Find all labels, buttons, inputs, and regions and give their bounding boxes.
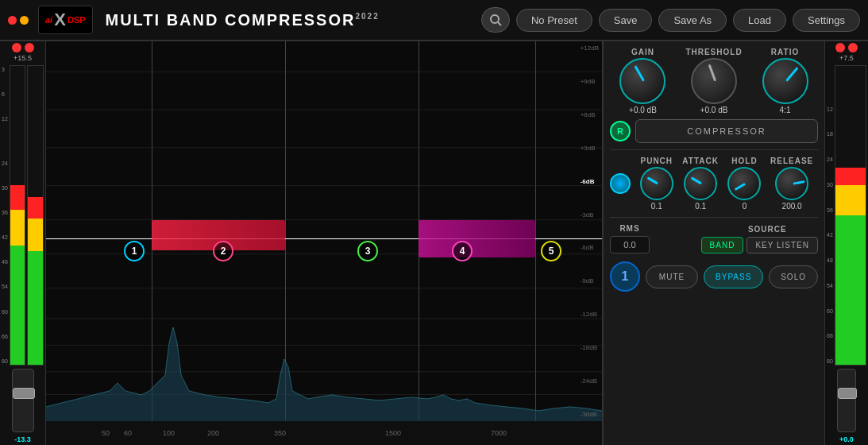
band-button[interactable]: BAND [701,237,744,253]
vu-scale-48: 48 [2,259,8,265]
band2-circle[interactable]: 2 [213,241,233,261]
hold-value: 0 [743,202,747,211]
vu-scale-54: 54 [2,284,8,289]
vu-rbar1-green [835,215,866,365]
minimize-dot[interactable] [20,16,29,25]
header-lights [8,16,29,25]
vu-r-scale-30: 30 [827,182,833,188]
search-button[interactable] [481,7,510,33]
gain-knob[interactable] [619,58,665,104]
vu-left-bar2 [27,65,44,366]
bypass-button[interactable]: BYPASS [704,265,763,288]
close-dot[interactable] [8,16,17,25]
band3-handle[interactable]: 3 [357,241,378,261]
gain-value: +0.0 dB [629,106,657,114]
punch-label: PUNCH [640,157,673,165]
no-preset-button[interactable]: No Preset [516,9,592,32]
compressor-button[interactable]: COMPRESSOR [635,119,818,143]
band5-handle[interactable]: 5 [541,241,561,261]
vu-r-scale-24: 24 [827,157,833,162]
gain-col: GAIN +0.0 dB [619,48,665,114]
solo-button[interactable]: SOLO [769,265,818,288]
threshold-knob[interactable] [691,58,737,104]
mute-button[interactable]: MUTE [646,265,698,288]
vu-left-scale: 3 6 12 24 30 36 42 48 54 60 66 80 [2,65,8,366]
band4-circle[interactable]: 4 [452,241,473,261]
vu-r-scale-36: 36 [827,207,833,213]
band1-handle[interactable]: 1 [124,241,145,261]
db-12n: -12dB [581,311,599,318]
vu-right-red-dot1 [835,43,845,52]
key-listen-button[interactable]: KEY LISTEN [746,237,818,253]
vu-meter-right: +7.5 12 18 24 30 36 42 48 54 60 66 80 [824,41,868,445]
punch-col: PUNCH 0.1 [640,157,673,211]
vu-right-bars: 12 18 24 30 36 42 48 54 60 66 80 [827,64,866,367]
load-button[interactable]: Load [733,9,786,32]
vu-left-bar1 [10,65,26,366]
vu-meter-left: +15.5 3 6 12 24 30 36 42 48 54 60 66 80 [0,41,46,445]
source-buttons: BAND KEY LISTEN [701,237,818,253]
vu-scale-66: 66 [2,334,8,339]
freq-bar: 50 60 100 200 350 1500 7000 [46,421,602,445]
source-section: SOURCE BAND KEY LISTEN [701,225,818,253]
punch-row: PUNCH 0.1 ATTACK 0.1 HOLD [610,157,818,211]
vu-r-scale-60: 60 [827,308,833,314]
vu-bar2-green [28,251,43,365]
vu-right-bottom-value: +0.0 [839,435,854,443]
source-label: SOURCE [748,225,787,234]
title-text: MULTI BAND COMPRESSOR [106,11,356,29]
band3-circle[interactable]: 3 [357,241,378,261]
vu-right-fader-track [837,369,856,432]
save-button[interactable]: Save [599,9,653,32]
threshold-col: THRESHOLD +0.0 dB [685,48,742,114]
vu-left-fader-handle[interactable] [13,388,35,399]
logo-dsp: DSP [68,15,86,25]
rms-section: RMS 0.0 [610,224,650,253]
band5-circle[interactable]: 5 [541,241,561,261]
release-value: 200.0 [782,202,802,211]
band2-handle[interactable]: 2 [213,241,233,261]
vu-right-bar1 [835,65,866,366]
punch-power-button[interactable] [610,173,631,194]
attack-label: ATTACK [682,157,719,165]
ratio-knob[interactable] [762,58,808,104]
knob-row-top: GAIN +0.0 dB THRESHOLD +0.0 dB RATIO 4:1 [610,48,818,114]
vu-right-top-label: +7.5 [839,54,854,62]
db-labels: +12dB +9dB +6dB +3dB -6dB -3dB -6dB -9dB… [581,41,599,421]
logo-ai: ai [45,15,52,25]
vu-r-scale-66: 66 [827,333,833,339]
band4-handle[interactable]: 4 [452,241,473,261]
attack-col: ATTACK 0.1 [682,157,719,211]
settings-button[interactable]: Settings [793,9,860,32]
save-as-button[interactable]: Save As [658,9,727,32]
punch-knob[interactable] [640,167,673,200]
vu-right-dots [835,43,858,52]
vu-right-fader-handle[interactable] [838,388,857,399]
release-knob[interactable] [775,167,808,200]
vu-r-scale-54: 54 [827,283,833,288]
band1-circle[interactable]: 1 [124,241,145,261]
release-col: RELEASE 200.0 [770,157,813,211]
gain-label: GAIN [631,48,654,56]
db-3p: +3dB [581,145,599,152]
vu-r-scale-18: 18 [827,131,833,137]
vu-bar2-red [28,197,43,218]
vu-scale-60: 60 [2,309,8,315]
rms-source-row: RMS 0.0 SOURCE BAND KEY LISTEN [610,224,818,253]
vu-left-red-dot2 [25,43,34,52]
attack-knob[interactable] [684,167,717,200]
vu-left-indicators [12,43,34,52]
vu-r-scale-80: 80 [827,358,833,364]
db-3n: -3dB [581,211,599,219]
r-button[interactable]: R [610,121,631,141]
vu-scale-42: 42 [2,234,8,240]
hold-knob[interactable] [727,167,761,200]
ratio-label: RATIO [771,48,799,56]
logo-x: X [54,10,66,30]
threshold-value: +0.0 dB [700,106,728,114]
band-number-button[interactable]: 1 [610,261,640,292]
vu-rbar1-yellow [835,185,866,215]
vu-right-red-dot2 [848,43,858,52]
divider-2 [610,217,818,218]
vu-bar1-red [10,185,25,209]
